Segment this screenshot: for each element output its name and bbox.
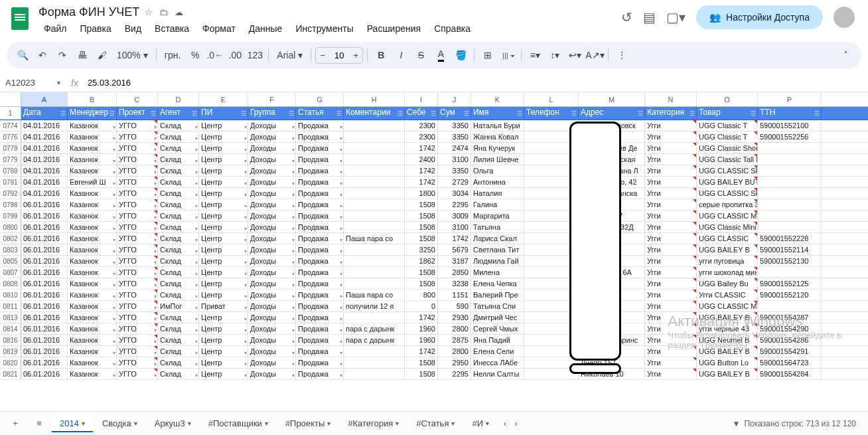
cell[interactable] xyxy=(344,312,405,323)
row-number[interactable]: 0776 xyxy=(0,131,21,142)
cell[interactable]: Угги xyxy=(645,222,697,232)
cell[interactable]: UGG BAILEY B xyxy=(697,369,758,379)
row-number[interactable]: 0799 xyxy=(0,211,21,221)
cell[interactable]: Доходы▾ xyxy=(248,154,296,165)
cell[interactable]: 1151 xyxy=(438,290,471,300)
sheets-logo[interactable] xyxy=(7,5,33,32)
cell[interactable]: Угги xyxy=(645,131,697,142)
cell[interactable]: Доходы▾ xyxy=(248,256,296,266)
header-cell[interactable]: Себе☰ xyxy=(405,107,438,120)
cell[interactable]: Казанюк▾ xyxy=(68,323,117,334)
font-dropdown[interactable]: Arial ▾ xyxy=(273,50,307,60)
cell[interactable]: 2295 xyxy=(438,369,471,379)
cell[interactable]: УГГО▾ xyxy=(117,143,158,153)
cell[interactable]: Елена Сели xyxy=(471,346,524,357)
cell[interactable]: УГГО▾ xyxy=(117,188,158,199)
strikethrough-icon[interactable]: S xyxy=(411,46,430,64)
row-number[interactable]: 0774 xyxy=(0,120,21,131)
undo-icon[interactable]: ↶ xyxy=(33,46,52,64)
cell[interactable]: 04.01.2016 xyxy=(21,131,68,142)
cell[interactable]: Угги xyxy=(645,199,697,210)
cell[interactable]: 1508 xyxy=(405,211,438,221)
cell[interactable]: Наталия xyxy=(471,188,524,199)
font-size-input[interactable] xyxy=(329,48,349,63)
cell[interactable]: Доходы▾ xyxy=(248,278,296,289)
column-header-J[interactable]: J xyxy=(438,92,471,106)
cell[interactable]: 590 xyxy=(438,301,471,311)
cell[interactable]: Казанюк▾ xyxy=(68,199,117,210)
cell[interactable]: 800 xyxy=(405,290,438,300)
cell[interactable]: 06.01.2016 xyxy=(21,233,68,244)
cell[interactable]: Доходы▾ xyxy=(248,177,296,187)
menu-Файл[interactable]: Файл xyxy=(38,21,72,37)
cell[interactable]: Склад▾ xyxy=(158,222,199,232)
header-cell[interactable]: Статья☰ xyxy=(296,107,344,120)
cell[interactable]: Угги xyxy=(645,290,697,300)
cell[interactable]: угги шоколад мини 37 xyxy=(697,267,758,278)
cell[interactable]: Жанна Ковал xyxy=(471,131,524,142)
cell[interactable]: Продажа▾ xyxy=(296,369,344,379)
cell[interactable]: UGG CLASSIC SHORT BLACK xyxy=(697,188,758,199)
font-size-increase[interactable]: + xyxy=(349,50,362,60)
header-cell[interactable]: Дата☰ xyxy=(21,107,68,120)
share-button[interactable]: 👥Настройки Доступа xyxy=(696,5,823,29)
cell[interactable]: Продажа▾ xyxy=(296,346,344,357)
cell[interactable]: Продажа▾ xyxy=(296,244,344,255)
cell[interactable]: Центр▾ xyxy=(199,357,248,368)
cell[interactable]: Склад▾ xyxy=(158,131,199,142)
cell[interactable]: Продажа▾ xyxy=(296,199,344,210)
cell[interactable]: Доходы▾ xyxy=(248,369,296,379)
column-header-P[interactable]: P xyxy=(758,92,822,106)
cell[interactable]: 2400 xyxy=(405,154,438,165)
sheet-tab-#Статья[interactable]: #Статья ▾ xyxy=(408,414,463,432)
menu-Расширения[interactable]: Расширения xyxy=(362,21,426,37)
cell[interactable]: пара с дарынк xyxy=(344,335,405,345)
cell[interactable]: Склад▾ xyxy=(158,143,199,153)
cell[interactable]: Центр▾ xyxy=(199,222,248,232)
cell[interactable]: UGG BAILEY B xyxy=(697,244,758,255)
cell[interactable]: Доходы▾ xyxy=(248,165,296,176)
cell[interactable]: 5679 xyxy=(438,244,471,255)
cell[interactable]: 06.01.2016 xyxy=(21,199,68,210)
row-number[interactable]: 0798 xyxy=(0,199,21,210)
cell[interactable]: Дмитрий Чес xyxy=(471,312,524,323)
cell[interactable]: 06.01.2016 xyxy=(21,335,68,345)
menu-Данные[interactable]: Данные xyxy=(244,21,288,37)
cell[interactable]: UGG CLASSIC xyxy=(697,233,758,244)
column-header-E[interactable]: E xyxy=(199,92,248,106)
cell[interactable]: 590001552228 xyxy=(758,233,822,244)
cell[interactable]: 04.01.2016 xyxy=(21,165,68,176)
cell[interactable]: Доходы▾ xyxy=(248,335,296,345)
header-cell[interactable]: Группа☰ xyxy=(248,107,296,120)
row-number[interactable]: 0789 xyxy=(0,165,21,176)
cell[interactable]: UGG CLASSIC MINI CHOCOL xyxy=(697,301,758,311)
cell[interactable]: 06.01.2016 xyxy=(21,267,68,278)
cell[interactable]: 2950 xyxy=(438,357,471,368)
cell[interactable]: Казанюк▾ xyxy=(68,301,117,311)
cell[interactable]: 590001554284 xyxy=(758,369,822,379)
cell[interactable]: Людмила Гай xyxy=(471,256,524,266)
cell[interactable]: 3350 xyxy=(438,165,471,176)
cell[interactable]: Продажа▾ xyxy=(296,211,344,221)
cell[interactable]: УГГО▾ xyxy=(117,267,158,278)
cell[interactable]: Казанюк▾ xyxy=(68,165,117,176)
cell[interactable] xyxy=(344,369,405,379)
text-rotation-icon[interactable]: A↗▾ xyxy=(585,46,604,64)
cell[interactable]: 06.01.2016 xyxy=(21,357,68,368)
header-cell[interactable]: Агент☰ xyxy=(158,107,199,120)
cell[interactable]: 2295 xyxy=(438,199,471,210)
cell[interactable]: Галина xyxy=(471,199,524,210)
star-icon[interactable]: ☆ xyxy=(145,7,153,17)
cell[interactable] xyxy=(758,143,822,153)
cell[interactable]: получили 12 я xyxy=(344,301,405,311)
fill-color-icon[interactable]: 🪣 xyxy=(451,46,470,64)
cell[interactable]: Яна Падий xyxy=(471,335,524,345)
sheet-tab-#Поставщики[interactable]: #Поставщики ▾ xyxy=(200,414,276,432)
cell[interactable]: 2930 xyxy=(438,312,471,323)
cell[interactable]: Угги xyxy=(645,357,697,368)
cell[interactable]: Склад▾ xyxy=(158,369,199,379)
cell[interactable]: Угги CLASSIC xyxy=(697,290,758,300)
cell[interactable]: Маргарита xyxy=(471,211,524,221)
decrease-decimal-icon[interactable]: .0← xyxy=(206,46,224,64)
row-number[interactable]: 0810 xyxy=(0,290,21,300)
